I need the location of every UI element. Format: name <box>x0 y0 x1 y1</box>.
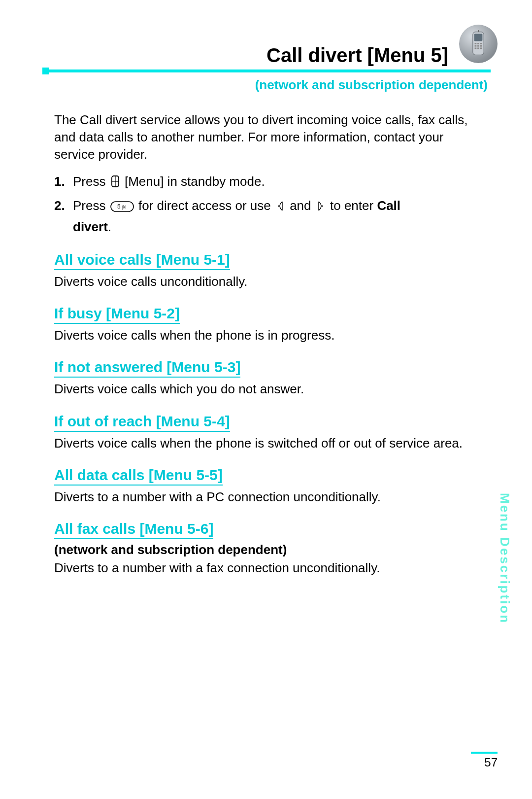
step-text: for direct access or use <box>135 198 274 213</box>
step-body: Press 5jkl for direct access or use and … <box>73 196 488 237</box>
svg-rect-6 <box>477 45 479 47</box>
step-text: . <box>108 219 111 234</box>
section-all-fax-calls: All fax calls [Menu 5-6] (network and su… <box>54 521 488 577</box>
section-heading: If busy [Menu 5-2] <box>54 305 180 324</box>
step-text: [Menu] in standby mode. <box>121 174 265 189</box>
section-body: Diverts voice calls when the phone is sw… <box>54 435 488 452</box>
svg-rect-4 <box>480 43 482 44</box>
page-number-rule <box>471 752 498 754</box>
section-body: Diverts to a number with a PC connection… <box>54 488 488 506</box>
step-text: Press <box>73 174 109 189</box>
section-if-busy: If busy [Menu 5-2] Diverts voice calls w… <box>54 305 488 344</box>
section-heading: All data calls [Menu 5-5] <box>54 467 223 486</box>
section-heading: All voice calls [Menu 5-1] <box>54 251 230 270</box>
step-number: 1. <box>54 172 68 193</box>
section-note: (network and subscription dependent) <box>54 542 488 557</box>
section-all-voice-calls: All voice calls [Menu 5-1] Diverts voice… <box>54 251 488 290</box>
section-heading: If out of reach [Menu 5-4] <box>54 413 230 432</box>
svg-rect-9 <box>477 47 479 49</box>
svg-rect-7 <box>480 45 482 47</box>
svg-rect-1 <box>474 34 483 41</box>
section-body: Diverts voice calls when the phone is in… <box>54 327 488 344</box>
page-subtitle: (network and subscription dependent) <box>54 77 488 93</box>
svg-point-18 <box>278 206 279 207</box>
step-bold: divert <box>73 219 108 234</box>
step-body: Press [Menu] in standby mode. <box>73 172 488 193</box>
key-5-icon: 5jkl <box>110 198 134 217</box>
svg-rect-2 <box>475 43 477 44</box>
softkey-icon <box>110 174 120 193</box>
svg-text:5: 5 <box>117 203 121 210</box>
svg-rect-10 <box>480 47 482 49</box>
svg-rect-3 <box>477 43 479 44</box>
step-text: Press <box>73 198 109 213</box>
step-1: 1. Press [Menu] in standby mode. <box>54 172 488 193</box>
page-title: Call divert [Menu 5] <box>54 44 448 67</box>
section-body: Diverts to a number with a fax connectio… <box>54 559 488 577</box>
manual-page: Call divert [Menu 5] (network and subscr… <box>0 0 532 799</box>
section-heading: If not answered [Menu 5-3] <box>54 359 240 378</box>
section-all-data-calls: All data calls [Menu 5-5] Diverts to a n… <box>54 467 488 506</box>
step-bold: Call <box>377 198 400 213</box>
steps-list: 1. Press [Menu] in standby mode. 2. Pres… <box>54 172 488 237</box>
svg-text:jkl: jkl <box>122 205 127 209</box>
side-chapter-label: Menu Description <box>497 493 512 624</box>
svg-rect-8 <box>475 47 477 49</box>
page-number: 57 <box>471 756 498 769</box>
section-body: Diverts voice calls which you do not ans… <box>54 381 488 398</box>
step-text: and <box>286 198 315 213</box>
svg-rect-5 <box>475 45 477 47</box>
svg-point-19 <box>321 206 323 207</box>
nav-right-icon <box>316 198 326 217</box>
phone-icon <box>459 25 498 63</box>
section-if-out-of-reach: If out of reach [Menu 5-4] Diverts voice… <box>54 413 488 452</box>
page-number-block: 57 <box>471 752 498 769</box>
step-text: to enter <box>327 198 377 213</box>
title-rule <box>49 69 491 72</box>
section-heading: All fax calls [Menu 5-6] <box>54 521 213 539</box>
step-2: 2. Press 5jkl for direct access or use a… <box>54 196 488 237</box>
section-if-not-answered: If not answered [Menu 5-3] Diverts voice… <box>54 359 488 398</box>
step-number: 2. <box>54 196 68 237</box>
intro-paragraph: The Call divert service allows you to di… <box>54 111 488 163</box>
section-body: Diverts voice calls unconditionally. <box>54 273 488 290</box>
nav-left-icon <box>275 198 285 217</box>
